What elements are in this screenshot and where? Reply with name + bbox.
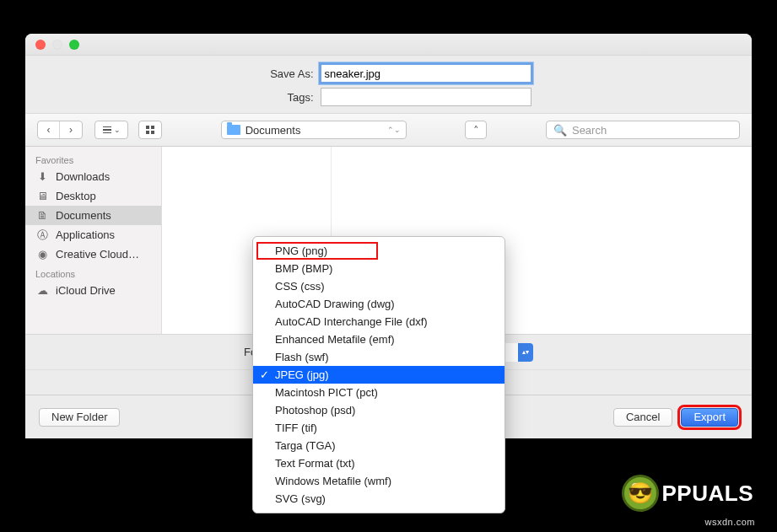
format-menu-item[interactable]: AutoCAD Drawing (dwg) bbox=[253, 295, 505, 313]
format-menu-item-label: PNG (png) bbox=[275, 245, 327, 257]
format-menu-item[interactable]: Flash (swf) bbox=[253, 348, 505, 366]
forward-button[interactable]: › bbox=[60, 121, 82, 138]
search-placeholder: Search bbox=[572, 124, 607, 137]
minimize-window-button bbox=[52, 40, 62, 50]
download-icon: ⬇︎ bbox=[35, 171, 49, 183]
creative-cloud-icon: ◉ bbox=[35, 249, 49, 261]
search-field[interactable]: 🔍 Search bbox=[546, 121, 740, 139]
format-menu-item-label: AutoCAD Interchange File (dxf) bbox=[275, 315, 428, 328]
search-icon: 🔍 bbox=[553, 124, 567, 137]
new-folder-button[interactable]: New Folder bbox=[39, 408, 120, 427]
folder-icon bbox=[227, 125, 240, 135]
format-menu-item-label: Enhanced Metafile (emf) bbox=[275, 333, 395, 346]
cancel-button[interactable]: Cancel bbox=[613, 408, 672, 427]
format-menu-item[interactable]: TIFF (tif) bbox=[253, 419, 505, 437]
zoom-window-button[interactable] bbox=[69, 40, 79, 50]
icloud-icon: ☁︎ bbox=[35, 285, 49, 297]
sidebar: Favorites ⬇︎ Downloads 🖥 Desktop 🗎 Docum… bbox=[25, 147, 162, 334]
export-button[interactable]: Export bbox=[681, 408, 738, 427]
collapse-button[interactable]: ˄ bbox=[465, 121, 487, 139]
sidebar-item-label: Applications bbox=[56, 228, 115, 241]
chevron-updown-icon: ▴▾ bbox=[518, 343, 533, 362]
sidebar-item-applications[interactable]: Ⓐ Applications bbox=[25, 225, 161, 245]
desktop-icon: 🖥 bbox=[35, 191, 49, 202]
sidebar-item-label: Desktop bbox=[56, 190, 96, 202]
format-menu-item-label: Flash (swf) bbox=[275, 351, 329, 363]
sidebar-header-locations: Locations bbox=[25, 264, 161, 281]
format-menu-item[interactable]: Enhanced Metafile (emf) bbox=[253, 330, 505, 348]
format-menu-item[interactable]: CSS (css) bbox=[253, 277, 505, 295]
sidebar-item-creative-cloud[interactable]: ◉ Creative Cloud… bbox=[25, 245, 161, 264]
format-menu-item-label: Windows Metafile (wmf) bbox=[275, 475, 391, 487]
format-menu-item-label: TIFF (tif) bbox=[275, 422, 317, 434]
format-menu-item-label: Macintosh PICT (pct) bbox=[275, 386, 378, 399]
save-form: Save As: Tags: bbox=[25, 56, 752, 113]
sidebar-item-icloud[interactable]: ☁︎ iCloud Drive bbox=[25, 281, 161, 300]
sidebar-item-label: iCloud Drive bbox=[56, 284, 116, 297]
sidebar-item-label: Creative Cloud… bbox=[56, 248, 139, 261]
sidebar-item-label: Downloads bbox=[56, 170, 110, 183]
format-menu-item[interactable]: ✓JPEG (jpg) bbox=[253, 366, 505, 384]
watermark-text: wsxdn.com bbox=[704, 517, 755, 527]
appuals-logo-text: PPUALS bbox=[662, 481, 753, 507]
format-menu-item-label: SVG (svg) bbox=[275, 492, 326, 505]
format-menu-item-label: AutoCAD Drawing (dwg) bbox=[275, 298, 395, 310]
format-menu-item-label: Targa (TGA) bbox=[275, 439, 336, 452]
sidebar-header-favorites: Favorites bbox=[25, 150, 161, 167]
tags-input[interactable] bbox=[321, 88, 531, 106]
titlebar bbox=[25, 34, 752, 56]
group-button[interactable] bbox=[138, 121, 162, 139]
path-label: Documents bbox=[246, 124, 301, 137]
sidebar-item-label: Documents bbox=[56, 209, 111, 222]
format-menu-item[interactable]: Photoshop (psd) bbox=[253, 401, 505, 419]
format-menu-item[interactable]: AutoCAD Interchange File (dxf) bbox=[253, 313, 505, 330]
view-columns-icon[interactable]: ⌄ bbox=[95, 121, 127, 138]
format-menu-item-label: Photoshop (psd) bbox=[275, 404, 355, 416]
save-as-label: Save As: bbox=[246, 67, 314, 80]
format-menu-item[interactable]: Text Format (txt) bbox=[253, 454, 505, 472]
format-menu-item[interactable]: Windows Metafile (wmf) bbox=[253, 472, 505, 490]
chevron-up-icon: ˄ bbox=[473, 124, 479, 137]
documents-icon: 🗎 bbox=[35, 210, 49, 222]
format-menu-item-label: Text Format (txt) bbox=[275, 457, 355, 470]
path-popup[interactable]: Documents ⌃⌄ bbox=[221, 121, 407, 139]
sidebar-item-desktop[interactable]: 🖥 Desktop bbox=[25, 186, 161, 206]
finder-toolbar: ‹ › ⌄ Documents ⌃⌄ ˄ 🔍 Search bbox=[25, 113, 752, 147]
view-switcher[interactable]: ⌄ bbox=[94, 121, 128, 139]
chevron-updown-icon: ⌃⌄ bbox=[387, 126, 401, 134]
save-as-input[interactable] bbox=[321, 64, 531, 83]
format-menu-item[interactable]: Targa (TGA) bbox=[253, 437, 505, 454]
back-button[interactable]: ‹ bbox=[38, 121, 60, 138]
applications-icon: Ⓐ bbox=[35, 229, 49, 241]
appuals-mascot-icon bbox=[622, 475, 659, 512]
format-menu-item-label: BMP (BMP) bbox=[275, 262, 332, 275]
sidebar-item-downloads[interactable]: ⬇︎ Downloads bbox=[25, 167, 161, 186]
format-menu-item[interactable]: Macintosh PICT (pct) bbox=[253, 384, 505, 401]
format-menu-item[interactable]: SVG (svg) bbox=[253, 490, 505, 508]
tags-label: Tags: bbox=[246, 91, 314, 104]
check-icon: ✓ bbox=[260, 368, 269, 381]
sidebar-item-documents[interactable]: 🗎 Documents bbox=[25, 206, 161, 225]
format-menu-item-label: CSS (css) bbox=[275, 280, 325, 293]
format-menu-item[interactable]: PNG (png) bbox=[253, 242, 505, 260]
format-menu-item[interactable]: BMP (BMP) bbox=[253, 260, 505, 277]
nav-back-forward: ‹ › bbox=[37, 121, 83, 139]
close-window-button[interactable] bbox=[35, 40, 46, 50]
group-icon bbox=[139, 121, 161, 138]
format-dropdown-menu[interactable]: PNG (png)BMP (BMP)CSS (css)AutoCAD Drawi… bbox=[252, 236, 505, 513]
format-menu-item-label: JPEG (jpg) bbox=[275, 368, 329, 381]
appuals-logo: PPUALS bbox=[622, 475, 753, 512]
